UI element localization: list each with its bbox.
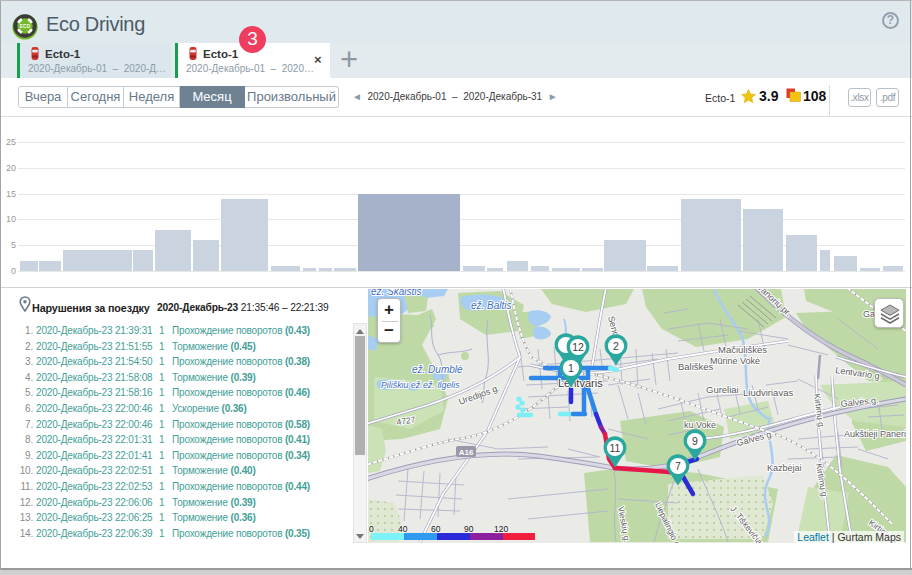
svg-text:2: 2	[613, 340, 619, 352]
svg-text:Bališkės: Bališkės	[678, 361, 714, 372]
svg-text:A16: A16	[459, 448, 474, 457]
svg-text:9: 9	[692, 435, 698, 447]
svg-text:ež. Baltis: ež. Baltis	[471, 300, 512, 311]
svg-text:Gureliai: Gureliai	[706, 384, 739, 395]
svg-text:12: 12	[572, 341, 584, 353]
svg-text:Mūrinė Vokė: Mūrinė Vokė	[710, 356, 760, 366]
svg-text:Kazbėjai: Kazbėjai	[767, 463, 802, 473]
svg-text:ež. Dumblė: ež. Dumblė	[412, 364, 463, 375]
svg-text:7: 7	[675, 460, 681, 472]
svg-text:Liudvinavas: Liudvinavas	[743, 387, 793, 398]
svg-text:Lentvaris: Lentvaris	[558, 377, 603, 389]
svg-text:ECO: ECO	[20, 24, 31, 29]
svg-text:ku Vokė: ku Vokė	[684, 420, 716, 430]
svg-text:Mačiuliškės: Mačiuliškės	[718, 344, 767, 355]
svg-text:ež. Ilgelis: ež. Ilgelis	[423, 380, 460, 390]
svg-text:11: 11	[610, 442, 621, 454]
svg-text:Piliškiu ež.: Piliškiu ež.	[381, 380, 423, 390]
svg-text:Aukštieji Paneriai: Aukštieji Paneriai	[844, 429, 906, 439]
svg-text:ež. Skaistis: ež. Skaistis	[371, 289, 422, 297]
svg-text:1: 1	[568, 362, 574, 374]
